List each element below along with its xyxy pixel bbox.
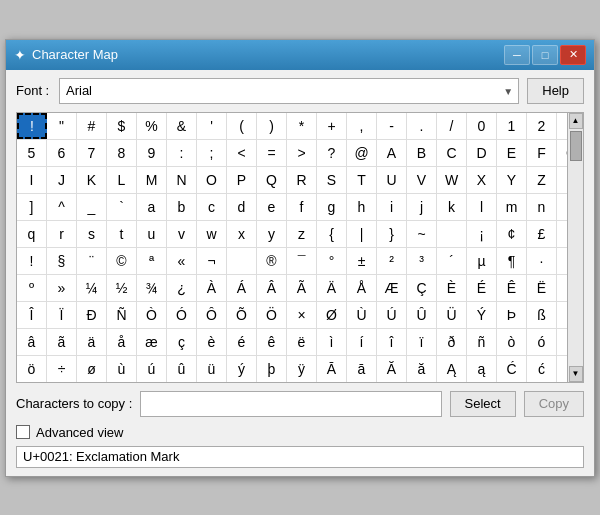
- char-cell[interactable]: ð: [437, 329, 467, 355]
- char-cell[interactable]: l: [467, 194, 497, 220]
- char-cell[interactable]: %: [137, 113, 167, 139]
- char-cell[interactable]: Ć: [497, 356, 527, 382]
- char-cell[interactable]: G: [557, 140, 568, 166]
- char-cell[interactable]: 9: [137, 140, 167, 166]
- char-cell[interactable]: #: [77, 113, 107, 139]
- char-cell[interactable]: ë: [287, 329, 317, 355]
- char-cell[interactable]: ·: [527, 248, 557, 274]
- scrollbar[interactable]: ▲ ▼: [568, 112, 584, 383]
- char-cell[interactable]: t: [107, 221, 137, 247]
- char-cell[interactable]: E: [497, 140, 527, 166]
- char-cell[interactable]: Â: [257, 275, 287, 301]
- char-cell[interactable]: A: [377, 140, 407, 166]
- char-cell[interactable]: Ó: [167, 302, 197, 328]
- char-cell[interactable]: ü: [197, 356, 227, 382]
- close-button[interactable]: ✕: [560, 45, 586, 65]
- char-cell[interactable]: þ: [257, 356, 287, 382]
- char-cell[interactable]: Ò: [137, 302, 167, 328]
- char-cell[interactable]: Ă: [377, 356, 407, 382]
- scroll-down-button[interactable]: ▼: [569, 366, 583, 382]
- char-cell[interactable]: K: [77, 167, 107, 193]
- char-cell[interactable]: Ü: [437, 302, 467, 328]
- char-cell[interactable]: W: [437, 167, 467, 193]
- char-cell[interactable]: }: [377, 221, 407, 247]
- char-cell[interactable]: M: [137, 167, 167, 193]
- char-cell[interactable]: ¸: [557, 248, 568, 274]
- char-cell[interactable]: 2: [527, 113, 557, 139]
- char-cell[interactable]: ö: [17, 356, 47, 382]
- char-cell[interactable]: q: [17, 221, 47, 247]
- char-cell[interactable]: <: [227, 140, 257, 166]
- char-cell[interactable]: À: [197, 275, 227, 301]
- char-cell[interactable]: (: [227, 113, 257, 139]
- char-cell[interactable]: º: [17, 275, 47, 301]
- char-cell[interactable]: Ã: [287, 275, 317, 301]
- char-cell[interactable]: Ð: [77, 302, 107, 328]
- char-cell[interactable]: ¼: [77, 275, 107, 301]
- char-cell[interactable]: ¶: [497, 248, 527, 274]
- char-cell[interactable]: e: [257, 194, 287, 220]
- char-cell[interactable]: _: [77, 194, 107, 220]
- char-cell[interactable]: Á: [227, 275, 257, 301]
- char-cell[interactable]: N: [167, 167, 197, 193]
- char-cell[interactable]: ą: [467, 356, 497, 382]
- char-cell[interactable]: `: [107, 194, 137, 220]
- char-cell[interactable]: Ö: [257, 302, 287, 328]
- char-cell[interactable]: z: [287, 221, 317, 247]
- char-cell[interactable]: *: [287, 113, 317, 139]
- char-cell[interactable]: £: [527, 221, 557, 247]
- char-cell[interactable]: ,: [347, 113, 377, 139]
- char-cell[interactable]: R: [287, 167, 317, 193]
- char-cell[interactable]: ú: [137, 356, 167, 382]
- char-cell[interactable]: y: [257, 221, 287, 247]
- scroll-up-button[interactable]: ▲: [569, 113, 583, 129]
- char-cell[interactable]: &: [167, 113, 197, 139]
- char-cell[interactable]: ^: [47, 194, 77, 220]
- char-cell[interactable]: ă: [407, 356, 437, 382]
- select-button[interactable]: Select: [450, 391, 516, 417]
- char-cell[interactable]: 1: [497, 113, 527, 139]
- char-cell[interactable]: ²: [377, 248, 407, 274]
- char-cell[interactable]: ¤: [557, 221, 568, 247]
- char-cell[interactable]: @: [347, 140, 377, 166]
- char-cell[interactable]: »: [47, 275, 77, 301]
- char-cell[interactable]: D: [467, 140, 497, 166]
- char-cell[interactable]: Y: [497, 167, 527, 193]
- char-cell[interactable]: ê: [257, 329, 287, 355]
- char-cell[interactable]: U: [377, 167, 407, 193]
- char-cell[interactable]: û: [167, 356, 197, 382]
- char-cell[interactable]: ć: [527, 356, 557, 382]
- char-cell[interactable]: Ø: [317, 302, 347, 328]
- char-cell[interactable]: Ì: [557, 275, 568, 301]
- char-cell[interactable]: r: [47, 221, 77, 247]
- char-cell[interactable]: Æ: [377, 275, 407, 301]
- char-cell[interactable]: ò: [497, 329, 527, 355]
- char-cell[interactable]: È: [437, 275, 467, 301]
- char-cell[interactable]: ±: [347, 248, 377, 274]
- char-cell[interactable]: ½: [107, 275, 137, 301]
- char-cell[interactable]: 3: [557, 113, 568, 139]
- char-cell[interactable]: o: [557, 194, 568, 220]
- char-cell[interactable]: ;: [197, 140, 227, 166]
- char-cell[interactable]: ´: [437, 248, 467, 274]
- chars-to-copy-input[interactable]: [140, 391, 441, 417]
- char-cell[interactable]: =: [257, 140, 287, 166]
- char-cell[interactable]: 0: [467, 113, 497, 139]
- char-cell[interactable]: ¢: [497, 221, 527, 247]
- char-cell[interactable]: Ą: [437, 356, 467, 382]
- char-cell[interactable]: î: [377, 329, 407, 355]
- char-cell[interactable]: ÷: [47, 356, 77, 382]
- char-cell[interactable]: |: [347, 221, 377, 247]
- char-cell[interactable]: í: [347, 329, 377, 355]
- char-cell[interactable]: Ā: [317, 356, 347, 382]
- char-cell[interactable]: +: [317, 113, 347, 139]
- char-cell[interactable]: ý: [227, 356, 257, 382]
- char-cell[interactable]: ß: [527, 302, 557, 328]
- char-cell[interactable]: n: [527, 194, 557, 220]
- char-cell[interactable]: P: [227, 167, 257, 193]
- char-cell[interactable]: V: [407, 167, 437, 193]
- char-cell[interactable]: [437, 221, 467, 247]
- char-cell[interactable]: ': [197, 113, 227, 139]
- char-cell[interactable]: ¨: [77, 248, 107, 274]
- char-cell[interactable]: °: [317, 248, 347, 274]
